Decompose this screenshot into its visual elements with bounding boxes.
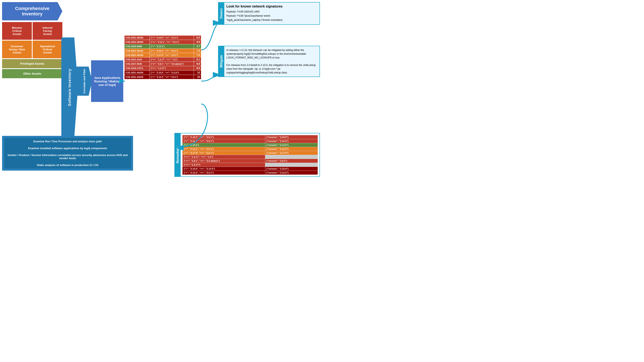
correlate-filter-arrow: Correlate and Filter [76, 67, 92, 96]
cve-condition: {"<": "2.15.0", ">=": "2.13.0"} [150, 71, 194, 75]
detect-lines: Payload: /^\x30.\x82\x01.\x60/Payload: /… [226, 10, 318, 22]
cve-condition: {"<=": "2.12.1", ">=": "2.0.1"} [150, 40, 194, 44]
detect-section: Detect Look for known network signatures… [218, 2, 320, 25]
cve-id: CVE-2021-45105 [124, 53, 150, 58]
cve-score: 7.5 [194, 53, 201, 58]
detect-line: Payload: /^\x30.\x82\x01.\x60/ [226, 10, 318, 14]
cve-condition: {"<": "2.12.2", ">=": "2.0.1"} [150, 75, 194, 79]
cve-id: CVE-2017-5645 [124, 62, 150, 66]
operational-critical-asset: Operational Critical Assets [33, 41, 62, 58]
cve-condition: {"<": "2.13.2"} [150, 44, 194, 49]
software-inventory-arrow: Software Inventory [61, 38, 78, 137]
cve-score: 10 [194, 75, 201, 79]
cve-condition: {"<=": "2.8.1", ">=": "2.0-alpha1"} [150, 62, 194, 66]
mitigate-label: Mitigate [218, 46, 224, 77]
cve-row: CVE-2021-45105{"<": "2.12.2", ">=": "2.0… [124, 49, 201, 53]
cve-id: CVE-2021-45105 [124, 49, 150, 53]
mission-critical-asset: Mission Critical Assets [2, 22, 32, 40]
cve-score: 9.0 [194, 40, 201, 44]
remediate-fix [265, 163, 318, 167]
remediate-condition: {"<": "2.12.1", ">=": "2.0.1"} [182, 139, 265, 143]
bullet-item: Vendor / Product / Version information c… [4, 152, 131, 162]
java-apps-box: Java Applications Running / Making use o… [91, 60, 123, 102]
bullet-item: Examine installed software applications … [4, 145, 131, 152]
remediate-fix: {"version": "2.8.2"} [265, 159, 318, 163]
remediate-condition: {"<": "2.15.0", ">=": "2.13.0"} [182, 167, 265, 171]
remediate-fix: {"version": "2.15.0"} [265, 167, 318, 171]
cve-row: CVE-2021-45105{"<": "2.17.0", ">=": "2.0… [124, 53, 201, 58]
cve-id: CVE-2021-44228 [124, 71, 150, 75]
cve-id: CVE-2021-45046 [124, 40, 150, 44]
detect-line: Payload: /^\x30.*javaClassName/ event: [226, 14, 318, 18]
remediate-fix: {"version": "2.12.2"} [265, 139, 318, 143]
cve-condition: {"<": "2.17.0", ">=": "2.0.1"} [150, 53, 194, 58]
cve-score: 9.8 [194, 66, 201, 71]
cve-condition: {"<=": "1.2.17", ">=": "1.2"} [150, 58, 194, 62]
remediate-row: {">=": "1.2.17"} [182, 163, 318, 167]
detect-line: "log4j_javaClassname_udp/tcp (*known exa… [226, 18, 318, 22]
remediate-condition: {"<=": "2.8.1", ">=": "2.0-alpha1"} [182, 159, 265, 163]
cve-id: CVE-2020-9488 [124, 44, 150, 49]
detect-box: Detect Look for known network signatures… [218, 2, 320, 25]
other-asset: Other Assets [2, 69, 62, 78]
remediate-label: Remediate [175, 133, 181, 176]
remediate-row: {"<": "2.12.1", ">=": "2.0.1"}{"version"… [182, 139, 318, 143]
internet-facing-asset: Internet Facing Assets [33, 22, 62, 40]
inventory-title: Comprehensive Inventory [2, 2, 62, 20]
mitigate-section: Mitigate In releases >=2.10, this behavi… [218, 46, 320, 77]
cve-condition: {"<": "2.16.0", ">=": "2.0.1"} [150, 36, 194, 40]
remediate-row: {"<": "2.12.2", ">=": "2.0.1"}{"version"… [182, 147, 318, 151]
remediate-row: {"<": "2.12.2", ">=": "2.0.1"}{"version"… [182, 171, 318, 175]
remediate-fix: {"version": "2.12.3"} [265, 147, 318, 151]
remediate-row: {"<": "2.15.0", ">=": "2.13.0"}{"version… [182, 167, 318, 171]
cve-id: CVE-2019-17571 [124, 66, 150, 71]
remediate-condition: {">=": "1.2.17"} [182, 163, 265, 167]
cve-row: CVE-2021-45046{"<=": "2.12.1", ">=": "2.… [124, 40, 201, 44]
privileged-asset: Privileged Assets [2, 59, 62, 68]
cve-score: 10 [194, 71, 201, 75]
remediate-condition: {"<": "2.16.0", ">=": "2.0.1"} [182, 135, 265, 139]
cve-table-container: CVE-2021-45046{"<": "2.16.0", ">=": "2.0… [124, 35, 201, 79]
remediate-section: Remediate {"<": "2.16.0", ">=": "2.0.1"}… [174, 133, 320, 177]
bullet-items-container: Examine Run Time Processes and analyze c… [4, 138, 131, 169]
cve-table: CVE-2021-45046{"<": "2.16.0", ">=": "2.0… [124, 35, 201, 79]
detect-title: Look for known network signatures [226, 5, 318, 8]
cve-score: 3.7 [194, 44, 201, 49]
remediate-condition: {"<": "2.12.2", ">=": "2.0.1"} [182, 171, 265, 175]
remediate-row: {"<": "2.17.0", ">=": "2.0.1"}{"version"… [182, 151, 318, 155]
cve-condition: {">=": "1.2.17"} [150, 66, 194, 71]
remediate-condition: {"<": "2.17.0", ">=": "2.0.1"} [182, 151, 265, 155]
cve-score: 8.1 [194, 58, 201, 62]
cve-id: CVE-2021-44228 [124, 75, 150, 79]
detect-content: Look for known network signatures Payloa… [224, 3, 320, 24]
cve-score: 9.0 [194, 36, 201, 40]
remediate-row: {">=": "1.2.17", ">=": "1.2"} [182, 155, 318, 159]
remediate-row: {"<": "2.16.0", ">=": "2.0.1"}{"version"… [182, 135, 318, 139]
cve-score: 7.5 [194, 49, 201, 53]
cve-row: CVE-2020-9488{"<": "2.13.2"}3.7 [124, 44, 201, 49]
software-inventory-label: Software Inventory [68, 69, 72, 106]
remediate-fix: {"version": "2.17.0"} [265, 151, 318, 155]
cve-id: CVE-2021-45046 [124, 36, 150, 40]
cve-id: CVE-2021-4104 [124, 58, 150, 62]
remediate-fix [265, 155, 318, 159]
remediate-row: {"<=": "2.8.1", ">=": "2.0-alpha1"}{"ver… [182, 159, 318, 163]
bottom-bullets: Examine Run Time Processes and analyze c… [2, 136, 133, 171]
customer-facing-asset: Customer facing / Data Assets [2, 41, 32, 58]
cve-row: CVE-2021-45046{"<": "2.16.0", ">=": "2.0… [124, 36, 201, 40]
cve-row: CVE-2021-44228{"<": "2.15.0", ">=": "2.1… [124, 71, 201, 75]
inventory-panel: Comprehensive Inventory Mission Critical… [2, 2, 62, 79]
remediate-condition: {">=": "1.2.17", ">=": "1.2"} [182, 155, 265, 159]
cve-row: CVE-2017-5645{"<=": "2.8.1", ">=": "2.0-… [124, 62, 201, 66]
cve-row: CVE-2021-4104{"<=": "1.2.17", ">=": "1.2… [124, 58, 201, 62]
remediate-fix: {"version": "2.16.0"} [265, 135, 318, 139]
remediate-condition: {"<": "2.12.2", ">=": "2.0.1"} [182, 147, 265, 151]
cve-score: 9.8 [194, 62, 201, 66]
cve-condition: {"<": "2.12.2", ">=": "2.0.1"} [150, 49, 194, 53]
remediate-fix: {"version": "2.13.2"} [265, 143, 318, 147]
correlate-filter-label: Correlate and Filter [83, 69, 86, 93]
detect-label: Detect [218, 3, 224, 24]
remediate-box: Remediate {"<": "2.16.0", ">=": "2.0.1"}… [174, 133, 320, 177]
remediate-content: {"<": "2.16.0", ">=": "2.0.1"}{"version"… [181, 133, 320, 176]
bullet-item: Static analysis of software in productio… [4, 162, 131, 169]
